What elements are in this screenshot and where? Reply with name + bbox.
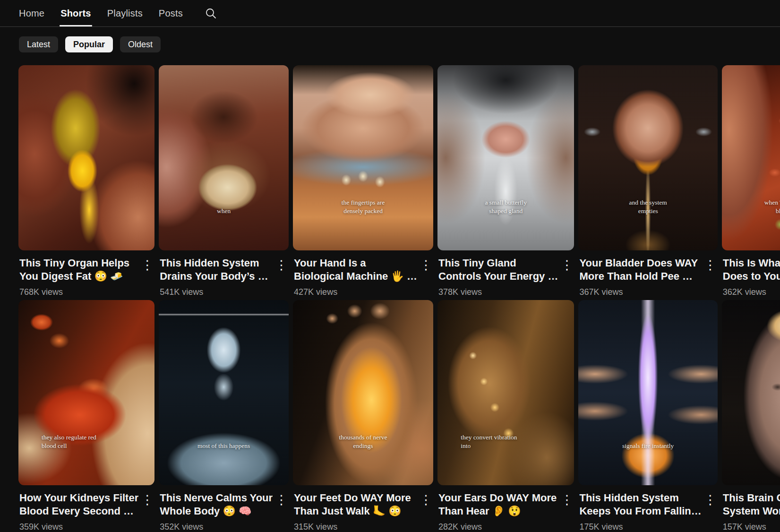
thumbnail-caption: most of this happens [159, 442, 289, 450]
more-options-button[interactable]: ⋮ [139, 493, 155, 507]
short-thumbnail-gallbladder[interactable] [18, 65, 154, 250]
short-title[interactable]: This Nerve Calms Your [160, 491, 273, 505]
view-count: 768K views [19, 287, 138, 297]
kebab-icon: ⋮ [275, 493, 288, 507]
thumbnail-caption: the fingertips are densely packed [293, 198, 433, 215]
short-title[interactable]: This Is What Cannabis [723, 257, 780, 270]
short-title[interactable]: Your Bladder Does WAY [579, 257, 701, 270]
short-title-line2[interactable]: Does to Your Brain 🧠 … [723, 270, 780, 283]
short-meta: Your Bladder Does WAY More Than Hold Pee… [578, 250, 717, 297]
tab-playlists[interactable]: Playlists [107, 0, 143, 26]
short-card: a small butterfly shaped gland This Tiny… [437, 65, 574, 297]
more-options-button[interactable]: ⋮ [273, 493, 290, 507]
short-title[interactable]: This Hidden System [160, 257, 273, 270]
short-title[interactable]: How Your Kidneys Filter [19, 491, 138, 505]
view-count: 427K views [294, 287, 417, 297]
short-thumbnail-fingertip[interactable]: the fingertips are densely packed [293, 65, 433, 250]
thumbnail-caption: a small butterfly shaped gland [437, 198, 574, 215]
short-title-line2[interactable]: Whole Body 😳 🧠 [160, 505, 273, 518]
chip-latest[interactable]: Latest [19, 36, 58, 52]
more-options-button[interactable]: ⋮ [558, 493, 575, 507]
short-card: the fingertips are densely packed Your H… [293, 65, 433, 297]
view-count: 175K views [579, 522, 701, 532]
short-thumbnail-bladder[interactable]: and the system empties [578, 65, 717, 250]
view-count: 378K views [438, 287, 558, 297]
more-options-button[interactable]: ⋮ [418, 493, 434, 507]
kebab-icon: ⋮ [420, 258, 432, 272]
short-thumbnail-bloodstream-thc[interactable]: when THC enters the bloodstream [722, 65, 780, 250]
tab-posts[interactable]: Posts [159, 0, 183, 26]
thumbnail-caption: and the system empties [578, 198, 717, 215]
short-title-line2[interactable]: Keeps You From Fallin… [579, 505, 701, 518]
short-title[interactable]: Your Ears Do WAY More [438, 491, 558, 505]
short-title[interactable]: This Hidden System [579, 491, 701, 505]
view-count: 157K views [723, 522, 780, 532]
more-options-button[interactable]: ⋮ [273, 258, 290, 273]
sort-chip-bar: Latest Popular Oldest [0, 27, 780, 52]
view-count: 367K views [579, 287, 701, 297]
kebab-icon: ⋮ [275, 258, 288, 272]
short-title-line2[interactable]: Blood Every Second … [19, 505, 138, 518]
short-title-line2[interactable]: More Than Hold Pee … [579, 270, 701, 283]
view-count: 541K views [160, 287, 273, 297]
channel-shorts-page: { "header": { "tabs": [ { "label": "Home… [0, 0, 780, 532]
short-card: when This Hidden System Drains Your Body… [159, 65, 289, 297]
short-card: thousands of nerve endings Your Feet Do … [293, 300, 433, 532]
thumbnail-caption: when THC enters the bloodstream [722, 198, 780, 215]
short-meta: This Tiny Organ Helps You Digest Fat 😳 🧈… [18, 250, 154, 297]
short-title[interactable]: Your Hand Is a [294, 257, 417, 270]
short-meta: This Hidden System Keeps You From Fallin… [578, 485, 717, 532]
short-meta: This Hidden System Drains Your Body’s … … [159, 250, 289, 297]
thumbnail-caption: waste builds slowly clarity fades [722, 433, 780, 450]
kebab-icon: ⋮ [420, 493, 432, 507]
more-options-button[interactable]: ⋮ [702, 493, 719, 507]
view-count: 359K views [19, 522, 138, 532]
more-options-button[interactable]: ⋮ [702, 258, 719, 273]
short-thumbnail-kidneys[interactable]: they also regulate red blood cell [18, 300, 154, 485]
kebab-icon: ⋮ [141, 258, 154, 272]
thumbnail-caption: they convert vibration into [437, 433, 574, 450]
kebab-icon: ⋮ [560, 493, 573, 507]
short-title[interactable]: This Tiny Organ Helps [19, 257, 138, 270]
short-thumbnail-foot[interactable]: thousands of nerve endings [293, 300, 433, 485]
short-title[interactable]: Your Feet Do WAY More [294, 491, 417, 505]
short-title-line2[interactable]: Biological Machine 🖐 … [294, 270, 417, 283]
search-button[interactable] [202, 0, 220, 26]
short-title-line2[interactable]: System Works While … [723, 505, 780, 518]
more-options-button[interactable]: ⋮ [418, 258, 434, 273]
short-thumbnail-vessel-tube[interactable]: when [159, 65, 289, 250]
short-meta: Your Feet Do WAY More Than Just Walk 🦶 😳… [293, 485, 433, 532]
short-title-line2[interactable]: Drains Your Body’s … [160, 270, 273, 283]
tab-home[interactable]: Home [19, 0, 44, 26]
short-meta: Your Ears Do WAY More Than Hear 👂 😲 ⋮ 28… [437, 485, 574, 532]
thumbnail-caption: thousands of nerve endings [293, 433, 433, 450]
short-title[interactable]: This Tiny Gland [438, 257, 558, 270]
short-thumbnail-spine[interactable]: signals fire instantly [578, 300, 717, 485]
more-options-button[interactable]: ⋮ [558, 258, 575, 273]
short-card: they convert vibration into Your Ears Do… [437, 300, 574, 532]
chip-popular[interactable]: Popular [65, 36, 113, 52]
channel-tab-bar: Home Shorts Playlists Posts [0, 0, 780, 27]
thumbnail-caption: they also regulate red blood cell [18, 433, 154, 450]
short-card: waste builds slowly clarity fades This B… [722, 300, 780, 532]
short-card: and the system empties Your Bladder Does… [578, 65, 717, 297]
view-count: 362K views [723, 287, 780, 297]
short-thumbnail-translucent-body[interactable]: most of this happens [159, 300, 289, 485]
short-title[interactable]: This Brain Cleaning [723, 491, 780, 505]
short-title-line2[interactable]: You Digest Fat 😳 🧈 [19, 270, 138, 283]
short-meta: This Brain Cleaning System Works While …… [722, 485, 780, 532]
short-title-line2[interactable]: Than Just Walk 🦶 😳 [294, 505, 417, 518]
tab-shorts[interactable]: Shorts [60, 0, 91, 26]
thumbnail-caption: signals fire instantly [578, 442, 717, 450]
short-thumbnail-thyroid[interactable]: a small butterfly shaped gland [437, 65, 574, 250]
short-title-line2[interactable]: Than Hear 👂 😲 [438, 505, 558, 518]
short-thumbnail-ear[interactable]: they convert vibration into [437, 300, 574, 485]
short-title-line2[interactable]: Controls Your Energy … [438, 270, 558, 283]
chip-oldest[interactable]: Oldest [120, 36, 161, 52]
kebab-icon: ⋮ [704, 493, 717, 507]
short-meta: This Nerve Calms Your Whole Body 😳 🧠 ⋮ 3… [159, 485, 289, 532]
view-count: 315K views [294, 522, 417, 532]
more-options-button[interactable]: ⋮ [139, 258, 155, 273]
short-meta: How Your Kidneys Filter Blood Every Seco… [18, 485, 154, 532]
short-thumbnail-brain-face[interactable]: waste builds slowly clarity fades [722, 300, 780, 485]
